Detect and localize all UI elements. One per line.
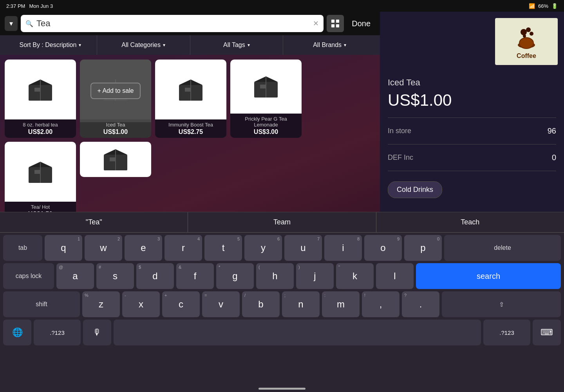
globe-key[interactable]: 🌐 — [3, 320, 31, 345]
key-h-sym: ( — [258, 265, 260, 269]
key-p-char: p — [420, 242, 425, 253]
shift-left-key[interactable]: shift — [3, 291, 80, 317]
tab-key[interactable]: tab — [3, 235, 42, 261]
detail-product-price: US$1.00 — [388, 91, 556, 110]
product-card-5[interactable]: Tea/ Hot US$1.50 — [5, 142, 76, 220]
key-q[interactable]: 1 q — [45, 235, 82, 261]
all-tags-filter[interactable]: All Tags ▾ — [190, 35, 284, 55]
caps-lock-key[interactable]: caps lock — [3, 263, 54, 289]
product-price-3: US$2.75 — [158, 128, 223, 135]
key-g[interactable]: * g — [216, 263, 254, 289]
product-price-4: US$3.00 — [233, 128, 298, 135]
key-m[interactable]: : m — [322, 291, 360, 317]
key-u[interactable]: 7 u — [284, 235, 322, 261]
search-key[interactable]: search — [416, 263, 561, 289]
key-f-sym: & — [179, 265, 181, 269]
keyboard-hide-key[interactable]: ⌨ — [533, 320, 561, 345]
key-d[interactable]: $ d — [136, 263, 174, 289]
key-b[interactable]: / b — [242, 291, 280, 317]
search-input[interactable] — [36, 18, 310, 29]
all-categories-label: All Categories — [121, 42, 161, 49]
key-a[interactable]: @ a — [56, 263, 94, 289]
key-b-sym: / — [244, 293, 246, 298]
suggestion-2[interactable]: Team — [188, 212, 376, 232]
key-y-char: y — [261, 242, 266, 253]
all-brands-label: All Brands — [313, 42, 342, 49]
delete-label: delete — [494, 244, 511, 251]
product-info-3: Immunity Boost Tea US$2.75 — [155, 119, 226, 138]
all-categories-filter[interactable]: All Categories ▾ — [97, 35, 190, 55]
key-r-char: r — [182, 242, 185, 253]
key-v[interactable]: = v — [202, 291, 240, 317]
key-r[interactable]: 4 r — [164, 235, 202, 261]
key-w[interactable]: 2 w — [85, 235, 122, 261]
product-card-2[interactable]: + Add to sale Iced Tea US$1.00 — [80, 60, 151, 138]
key-j[interactable]: ) j — [296, 263, 334, 289]
key-e[interactable]: 3 e — [125, 235, 162, 261]
keyboard-row-3: shift % z - x + c = v / b ; — [3, 291, 561, 317]
key-x[interactable]: - x — [122, 291, 160, 317]
search-input-wrapper: 🔍 ✕ — [21, 15, 324, 32]
suggestions-bar: "Tea" Team Teach — [0, 212, 564, 233]
sort-by-filter[interactable]: Sort By : Description ▾ — [4, 35, 97, 55]
dropdown-button[interactable]: ▾ — [5, 16, 18, 31]
tab-label: tab — [18, 244, 27, 251]
add-to-sale-button[interactable]: + Add to sale — [90, 83, 141, 99]
suggestion-3[interactable]: Teach — [376, 212, 564, 232]
battery-display: 66% — [538, 3, 548, 9]
shift-right-key[interactable]: ⇧ — [442, 291, 561, 317]
logo-area: Coffee — [380, 12, 564, 71]
product-card-3[interactable]: Immunity Boost Tea US$2.75 — [155, 60, 226, 138]
key-f-char: f — [194, 271, 197, 282]
category-tag-button[interactable]: Cold Drinks — [388, 181, 442, 198]
key-i-char: i — [342, 242, 344, 253]
svg-rect-2 — [331, 24, 334, 27]
categories-chevron-icon: ▾ — [163, 42, 165, 48]
key-l[interactable]: l — [376, 263, 414, 289]
logo-box: Coffee — [495, 18, 558, 65]
key-h-char: h — [272, 271, 277, 282]
num-symbol-right-label: .?123 — [499, 329, 514, 336]
product-card-6[interactable] — [80, 142, 151, 177]
num-symbol-right-key[interactable]: .?123 — [483, 320, 530, 345]
num-symbol-left-key[interactable]: .?123 — [34, 320, 81, 345]
delete-key[interactable]: delete — [444, 235, 561, 261]
key-o[interactable]: 9 o — [364, 235, 402, 261]
key-f[interactable]: & f — [176, 263, 214, 289]
search-label: search — [477, 272, 500, 281]
grid-view-button[interactable] — [327, 15, 344, 32]
key-y[interactable]: 6 y — [244, 235, 282, 261]
key-s[interactable]: # s — [96, 263, 134, 289]
key-w-char: w — [100, 242, 107, 253]
key-i[interactable]: 8 i — [324, 235, 362, 261]
product-card-1[interactable]: 8 oz. herbal tea US$2.00 — [5, 60, 76, 138]
keyboard-row-2: caps lock @ a # s $ d & f * g — [3, 263, 561, 289]
key-h[interactable]: ( h — [256, 263, 294, 289]
key-z-sym: % — [85, 293, 89, 298]
key-v-sym: = — [204, 293, 207, 298]
spacebar-key[interactable] — [114, 320, 481, 345]
key-n-char: n — [298, 299, 303, 310]
key-p[interactable]: 0 p — [404, 235, 442, 261]
key-g-sym: * — [219, 265, 220, 269]
done-button[interactable]: Done — [347, 16, 375, 31]
key-z[interactable]: % z — [82, 291, 120, 317]
mic-key[interactable]: 🎙 — [83, 320, 111, 345]
clear-button[interactable]: ✕ — [313, 19, 319, 28]
key-k[interactable]: " k — [336, 263, 374, 289]
key-c[interactable]: + c — [162, 291, 200, 317]
key-n[interactable]: ; n — [282, 291, 320, 317]
key-t[interactable]: 5 t — [204, 235, 242, 261]
key-k-char: k — [352, 271, 357, 282]
all-brands-filter[interactable]: All Brands ▾ — [283, 35, 376, 55]
key-r-num: 4 — [197, 237, 200, 241]
product-name-2: Iced Tea — [83, 122, 148, 128]
key-x-char: x — [139, 299, 143, 310]
key-period[interactable]: ? . — [402, 291, 439, 317]
key-a-char: a — [72, 271, 78, 282]
suggestion-1[interactable]: "Tea" — [0, 212, 188, 232]
key-comma[interactable]: ! , — [362, 291, 400, 317]
status-bar: 2:37 PM Mon Jun 3 📶 66% 🔋 — [0, 0, 564, 12]
product-card-4[interactable]: Prickly Pear G Tea Lemonade US$3.00 — [230, 60, 302, 138]
product-name-1: 8 oz. herbal tea — [8, 122, 73, 128]
